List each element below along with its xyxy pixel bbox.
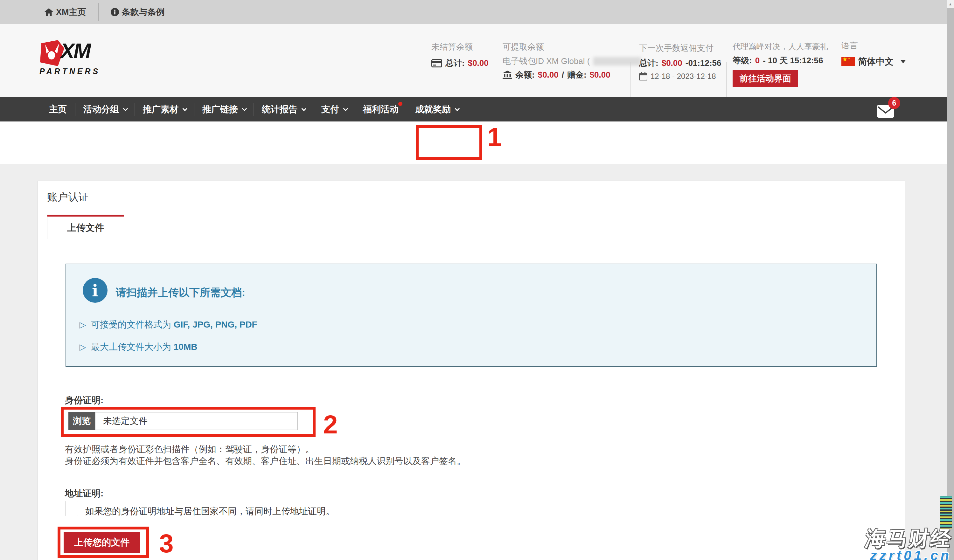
balance-label: 余额: [515,69,535,81]
next-payout-total-label: 总计: [639,58,658,69]
user-bar: 尊敬的SAN，您好 ! 当前等级：Bronze 升级攻略 代理成就奖励计划，尊享… [0,121,947,164]
topbar-home-label: XM主页 [56,6,86,18]
annotation-digit-1: 1 [487,124,502,150]
contest-level-value: 0 [755,56,760,65]
balance-unsettled: 未结算余额 总计: $0.00 [431,41,489,69]
address-proof-checkbox[interactable] [65,501,78,516]
nav-item-label: 成就奖励 [415,103,451,115]
nav-item[interactable]: 支付 [313,97,355,121]
chevron-down-icon [242,106,247,111]
nav-item-label: 推广素材 [143,103,178,115]
mail-count-badge: 6 [888,97,900,109]
topbar-terms-link[interactable]: 条款与条例 [111,6,165,18]
next-payout-countdown: -01:12:56 [686,58,722,68]
info-circle-icon: i [83,278,108,303]
chevron-down-icon [343,106,348,111]
browse-button[interactable]: 浏览 [69,412,95,430]
nav-item-label: 福利活动 [363,103,399,115]
scrollbar-up-arrow[interactable]: ▲ [947,0,954,8]
topbar-home-link[interactable]: XM主页 [45,6,86,18]
chevron-down-icon [123,106,128,111]
file-input[interactable]: 未选定文件 [95,412,298,430]
bullet-text-bold: GIF, JPG, PNG, PDF [174,320,257,330]
unsettled-total-label: 总计: [445,58,465,69]
upload-files-button[interactable]: 上传您的文件 [64,532,140,553]
chevron-down-icon [302,106,307,111]
home-icon [45,8,53,16]
logo-text: XM [61,40,90,62]
notification-dot [398,102,402,106]
nav-item-label: 支付 [321,103,339,115]
nav-item-label: 推广链接 [202,103,238,115]
nav-item-label: 活动分组 [83,103,119,115]
bullet-text-normal: 最大上传文件大小为 [91,342,174,352]
nav-item[interactable]: 主页 [41,97,75,121]
language-label: 语言 [842,40,906,51]
page-title: 账户认证 [47,190,89,204]
bonus-value: $0.00 [590,70,610,80]
info-icon [111,8,119,16]
address-proof-label: 地址证明: [65,487,103,499]
page: XM主页 条款与条例 XM PARTNERS [0,0,954,560]
triangle-bullet-icon: ▷ [80,320,86,330]
account-verification-card [37,180,905,560]
language-block: 语言 ★★ 简体中文 [842,40,906,68]
watermark-site: zzrt01.cn [870,548,951,560]
calendar-icon [639,72,647,81]
contest-block: 代理巅峰对决，人人享豪礼 等级: 0 - 10 天 15:12:56 前往活动界… [733,41,828,87]
language-selected: 简体中文 [858,56,893,68]
topbar-terms-label: 条款与条例 [122,6,165,18]
identity-desc-line1: 有效护照或者身份证彩色扫描件（例如：驾驶证，身份证等）。 [65,443,314,455]
unsettled-total-value: $0.00 [468,58,489,68]
next-payout-dates: 12-18 - 2023-12-18 [650,72,716,81]
go-to-activity-button[interactable]: 前往活动界面 [733,70,798,87]
notice-heading: 请扫描并上传以下所需文档: [116,286,245,300]
nav-item[interactable]: 活动分组 [75,97,134,121]
chevron-down-icon [901,60,906,63]
triangle-bullet-icon: ▷ [80,342,86,352]
bullet-text: 最大上传文件大小为 10MB [91,341,197,353]
header: XM PARTNERS 未结算余额 总计: $0.00 可提取余额 电子钱包ID [0,24,947,97]
contest-level-label: 等级: [733,55,752,66]
unsettled-label: 未结算余额 [431,41,489,53]
bank-icon [503,71,512,79]
address-proof-hint: 如果您的身份证明地址与居住国家不同，请同时上传地址证明。 [85,505,335,517]
nav-item-label: 统计报告 [262,103,298,115]
nav-item[interactable]: 统计报告 [254,97,313,121]
notice-bullet-size: ▷ 最大上传文件大小为 10MB [80,341,197,353]
next-payout-label: 下一次手数返佣支付 [639,43,721,54]
contest-label: 代理巅峰对决，人人享豪礼 [733,41,828,52]
tab-upload-documents[interactable]: 上传文件 [47,215,124,239]
annotation-digit-2: 2 [323,412,338,437]
nav-item[interactable]: 推广链接 [194,97,254,121]
xm-partners-logo[interactable]: XM PARTNERS [39,40,100,76]
withdrawable-label: 可提取余额 [503,41,647,53]
bullet-text-bold: 10MB [174,342,198,352]
balance-next-payout: 下一次手数返佣支付 总计: $0.00 -01:12:56 12-18 - 20… [639,43,721,81]
balance-divider: / [562,70,564,80]
card-icon [431,59,442,67]
scrollbar-thumb[interactable] [947,8,954,560]
china-flag-icon: ★★ [842,57,855,66]
chevron-down-icon [455,106,460,111]
nav-items: 主页 活动分组 推广素材 推广链接 统计报告 支付 福利活动 成就奖励 [41,97,466,121]
scrollbar[interactable]: ▲ [947,0,954,560]
wallet-id-redacted [593,57,641,65]
nav-item[interactable]: 推广素材 [134,97,194,121]
balance-withdrawable: 可提取余额 电子钱包ID XM Global () 余额: $0.00 / 赠金… [503,41,647,81]
language-selector[interactable]: ★★ 简体中文 [842,56,906,68]
top-utility-bar: XM主页 条款与条例 [0,0,947,24]
wallet-id-text: 电子钱包ID XM Global ( [503,56,590,67]
bullet-text: 可接受的文件格式为 GIF, JPG, PNG, PDF [91,319,257,331]
balance-value: $0.00 [538,70,559,80]
tab-divider [38,239,905,239]
annotation-digit-3: 3 [159,530,174,557]
identity-desc-line2: 身份证必须为有效证件并包含客户全名、有效期、客户住址、出生日期或纳税人识别号以及… [65,455,466,467]
nav-item[interactable]: 福利活动 [355,97,407,121]
nav-item[interactable]: 成就奖励 [407,97,466,121]
main-nav: 主页 活动分组 推广素材 推广链接 统计报告 支付 福利活动 成就奖励 [0,97,947,121]
identity-proof-label: 身份证明: [65,394,103,406]
nav-item-label: 主页 [49,103,67,115]
bullet-text-normal: 可接受的文件格式为 [91,320,174,330]
notice-bullet-formats: ▷ 可接受的文件格式为 GIF, JPG, PNG, PDF [80,319,257,331]
